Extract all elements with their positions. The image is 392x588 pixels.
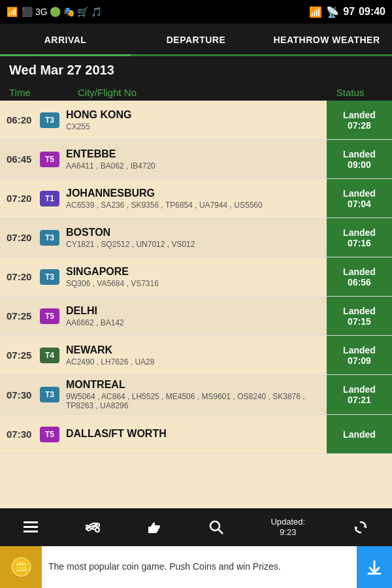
svg-point-8 bbox=[210, 521, 220, 531]
status-bar-right: 📶 📡 97 09:40 bbox=[309, 6, 385, 18]
status-bar: 📶 ⬛ 3G 🟢 🎭 🛒 🎵 📶 📡 97 09:40 bbox=[0, 0, 392, 24]
flight-list: 06:20 T3 HONG KONG CX255 Landed 07:28 06… bbox=[0, 101, 392, 508]
status-badge: Landed 07:21 bbox=[327, 375, 392, 414]
flight-info: BOSTON CY1821 , SQ2512 , UN7012 , VS012 bbox=[63, 218, 327, 257]
menu-button[interactable] bbox=[24, 521, 38, 533]
terminal-badge: T4 bbox=[40, 348, 59, 363]
tab-bar: ARRIVAL DEPARTURE HEATHROW WEATHER bbox=[0, 24, 392, 56]
flight-numbers: AC2490 , LH7626 , UA28 bbox=[66, 357, 324, 367]
flight-city: JOHANNESBURG bbox=[66, 188, 324, 199]
flight-city: DALLAS/FT WORTH bbox=[66, 428, 324, 440]
status-badge: Landed 07:28 bbox=[327, 101, 392, 139]
terminal-badge: T1 bbox=[40, 191, 59, 206]
tab-arrival[interactable]: ARRIVAL bbox=[0, 25, 131, 56]
ad-text: The most popular coin game. Push Coins a… bbox=[42, 561, 357, 574]
terminal-badge: T3 bbox=[40, 387, 59, 402]
updated-info: Updated: 9:23 bbox=[270, 517, 305, 537]
flight-numbers: CY1821 , SQ2512 , UN7012 , VS012 bbox=[66, 240, 324, 249]
col-header-city: City/Flight No bbox=[45, 87, 318, 98]
flight-row[interactable]: 06:45 T5 ENTEBBE AA6411 , BA062 , IB4720… bbox=[0, 140, 392, 179]
signal-icon: 📡 bbox=[326, 6, 339, 18]
svg-line-9 bbox=[218, 529, 223, 534]
col-header-status: Status bbox=[318, 87, 383, 98]
flight-time: 07:30 bbox=[0, 415, 36, 453]
flight-time: 07:20 bbox=[0, 218, 36, 257]
flight-info: SINGAPORE SQ306 , VA5684 , VS7316 bbox=[63, 257, 327, 296]
flight-row[interactable]: 07:30 T5 DALLAS/FT WORTH Landed bbox=[0, 415, 392, 454]
ad-icon: 🪙 bbox=[0, 546, 42, 588]
search-button[interactable] bbox=[209, 520, 223, 534]
ad-download-button[interactable] bbox=[357, 546, 392, 588]
battery-icons: ⬛ 3G 🟢 🎭 🛒 🎵 bbox=[22, 7, 102, 17]
flight-city: NEWARK bbox=[66, 344, 324, 356]
status-badge: Landed 07:09 bbox=[327, 336, 392, 374]
terminal-badge: T3 bbox=[40, 269, 59, 285]
flight-info: JOHANNESBURG AC6539 , SA236 , SK9356 , T… bbox=[63, 179, 327, 218]
flight-info: NEWARK AC2490 , LH7626 , UA28 bbox=[63, 336, 327, 374]
flight-info: ENTEBBE AA6411 , BA062 , IB4720 bbox=[63, 140, 327, 178]
flight-time: 07:20 bbox=[0, 179, 36, 218]
status-badge: Landed 07:04 bbox=[327, 179, 392, 218]
flight-info: DELHI AA6662 , BA142 bbox=[63, 297, 327, 335]
flight-city: SINGAPORE bbox=[66, 266, 324, 278]
flight-row[interactable]: 07:30 T3 MONTREAL 9W5064 , AC864 , LH552… bbox=[0, 375, 392, 415]
flight-info: MONTREAL 9W5064 , AC864 , LH5525 , ME450… bbox=[63, 375, 327, 414]
flight-row[interactable]: 07:25 T4 NEWARK AC2490 , LH7626 , UA28 L… bbox=[0, 336, 392, 375]
flight-numbers: AA6411 , BA062 , IB4720 bbox=[66, 161, 324, 171]
date-header: Wed Mar 27 2013 bbox=[0, 56, 392, 84]
terminal-badge: T5 bbox=[40, 308, 59, 324]
tab-departure[interactable]: DEPARTURE bbox=[131, 25, 261, 56]
flight-row[interactable]: 06:20 T3 HONG KONG CX255 Landed 07:28 bbox=[0, 101, 392, 140]
share-button[interactable] bbox=[86, 521, 100, 534]
svg-rect-1 bbox=[24, 526, 38, 528]
flight-row[interactable]: 07:20 T3 BOSTON CY1821 , SQ2512 , UN7012… bbox=[0, 218, 392, 257]
status-badge: Landed 09:00 bbox=[327, 140, 392, 178]
status-badge: Landed 06:56 bbox=[327, 257, 392, 296]
svg-rect-2 bbox=[24, 531, 38, 532]
flight-info: DALLAS/FT WORTH bbox=[63, 415, 327, 453]
svg-rect-0 bbox=[24, 521, 38, 523]
svg-point-5 bbox=[95, 528, 99, 532]
ad-banner[interactable]: 🪙 The most popular coin game. Push Coins… bbox=[0, 546, 392, 588]
flight-info: HONG KONG CX255 bbox=[63, 101, 327, 139]
flight-time: 06:20 bbox=[0, 101, 36, 139]
sim-icon: 📶 bbox=[7, 7, 18, 17]
flight-time: 07:30 bbox=[0, 375, 36, 414]
column-headers: Time City/Flight No Status bbox=[0, 84, 392, 101]
col-header-time: Time bbox=[9, 87, 45, 98]
like-button[interactable] bbox=[147, 520, 161, 534]
terminal-badge: T3 bbox=[40, 230, 59, 246]
flight-row[interactable]: 07:25 T5 DELHI AA6662 , BA142 Landed 07:… bbox=[0, 297, 392, 336]
flight-row[interactable]: 07:20 T1 JOHANNESBURG AC6539 , SA236 , S… bbox=[0, 179, 392, 218]
status-badge: Landed bbox=[327, 415, 392, 453]
tab-weather[interactable]: HEATHROW WEATHER bbox=[261, 25, 392, 56]
flight-numbers: AA6662 , BA142 bbox=[66, 318, 324, 327]
flight-numbers: CX255 bbox=[66, 122, 324, 131]
flight-numbers: SQ306 , VA5684 , VS7316 bbox=[66, 279, 324, 288]
flight-city: BOSTON bbox=[66, 227, 324, 238]
flight-numbers: 9W5064 , AC864 , LH5525 , ME4506 , MS960… bbox=[66, 392, 324, 410]
flight-time: 06:45 bbox=[0, 140, 36, 178]
flight-city: ENTEBBE bbox=[66, 148, 324, 160]
flight-city: HONG KONG bbox=[66, 109, 324, 121]
flight-numbers: AC6539 , SA236 , SK9356 , TP6854 , UA794… bbox=[66, 201, 324, 210]
flight-city: MONTREAL bbox=[66, 379, 324, 391]
clock: 09:40 bbox=[359, 6, 385, 18]
terminal-badge: T5 bbox=[40, 152, 59, 167]
status-badge: Landed 07:16 bbox=[327, 218, 392, 257]
flight-row[interactable]: 07:20 T3 SINGAPORE SQ306 , VA5684 , VS73… bbox=[0, 257, 392, 297]
battery-level: 97 bbox=[343, 6, 355, 18]
flight-time: 07:25 bbox=[0, 336, 36, 374]
wifi-icon: 📶 bbox=[309, 6, 322, 18]
flight-city: DELHI bbox=[66, 305, 324, 317]
refresh-button[interactable] bbox=[353, 519, 368, 535]
status-bar-left: 📶 ⬛ 3G 🟢 🎭 🛒 🎵 bbox=[7, 7, 102, 17]
flight-time: 07:20 bbox=[0, 257, 36, 296]
terminal-badge: T3 bbox=[40, 112, 59, 128]
status-badge: Landed 07:15 bbox=[327, 297, 392, 335]
flight-time: 07:25 bbox=[0, 297, 36, 335]
terminal-badge: T5 bbox=[40, 427, 59, 442]
bottom-toolbar: Updated: 9:23 bbox=[0, 508, 392, 546]
